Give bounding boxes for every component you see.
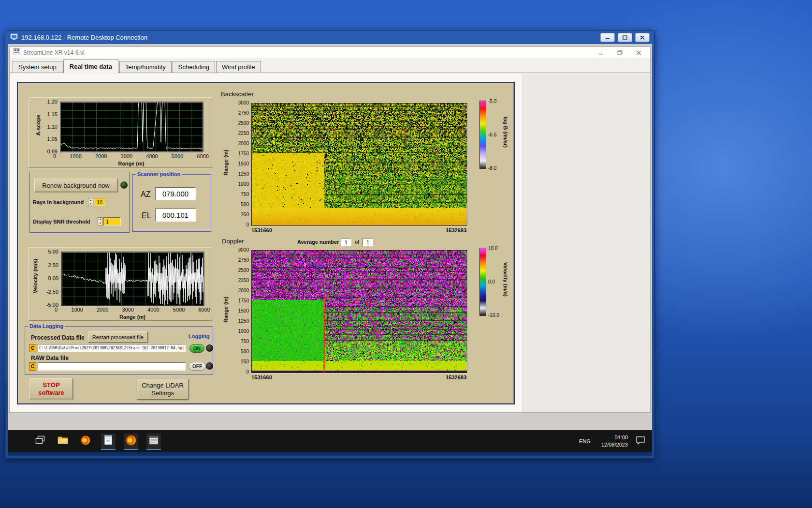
vi-close-button[interactable] xyxy=(636,48,641,57)
backscatter-y-tick: 2000 xyxy=(238,141,249,146)
rdp-close-button[interactable] xyxy=(635,33,650,42)
raw-path-field[interactable] xyxy=(38,362,186,371)
ascope-x-tick: 6000 xyxy=(197,153,208,159)
ascope-plot-canvas xyxy=(60,102,203,152)
tab-wind-profile[interactable]: Wind profile xyxy=(216,61,261,73)
processed-logging-toggle[interactable]: ON xyxy=(189,344,204,353)
processed-logging-knob[interactable] xyxy=(206,344,213,352)
rdp-titlebar[interactable]: 192.168.0.122 - Remote Desktop Connectio… xyxy=(5,30,654,44)
snr-spinner[interactable]: ▲▼ xyxy=(98,217,103,225)
snr-threshold-label: Display SNR threshold xyxy=(33,219,90,224)
backscatter-x-labels: 1531660 1532683 xyxy=(251,227,466,233)
ascope-y-tick: 1.15 xyxy=(47,111,58,117)
rdp-minimize-button[interactable] xyxy=(600,33,615,42)
firefox-button[interactable] xyxy=(78,433,93,449)
vi-titlebar[interactable]: StreamLine XR v14-6.vi xyxy=(10,47,650,59)
file-explorer-button[interactable] xyxy=(56,433,70,449)
average-number-field[interactable]: 1 xyxy=(341,238,351,246)
velocity-x-ticks: 0100020003000400050006000 xyxy=(55,307,210,313)
front-panel: A-scope 1.201.151.101.050.99 01000200030… xyxy=(10,74,523,412)
processed-path-field[interactable]: C:\LiDAR\Data\Proc\2023\202308\20230812\… xyxy=(38,344,186,352)
taskbar-icons xyxy=(33,433,161,449)
backscatter-colorbar-ticks: -5.0-6.5-8.0 xyxy=(488,99,502,171)
rdp-maximize-button[interactable] xyxy=(618,33,632,42)
el-value-field[interactable]: 000.101 xyxy=(155,209,196,222)
velocity-x-tick: 4000 xyxy=(147,307,159,313)
processed-drive-selector[interactable]: C xyxy=(29,344,36,352)
backscatter-y-tick: 1250 xyxy=(238,171,249,177)
backscatter-y-tick: 2250 xyxy=(238,131,249,136)
logging-label: Logging xyxy=(188,333,209,339)
tab-real-time-data[interactable]: Real time data xyxy=(63,60,118,73)
tab-bar: System setup Real time data Temp/humidit… xyxy=(10,59,650,73)
backscatter-title: Backscatter xyxy=(221,90,254,98)
maximize-icon xyxy=(623,34,627,41)
vi-window-title: StreamLine XR v14-6.vi xyxy=(23,49,85,56)
task-view-icon xyxy=(35,435,45,447)
renew-background-button[interactable]: Renew background now xyxy=(34,179,117,192)
firefox-active-button[interactable] xyxy=(124,433,138,449)
velocity-x-tick: 1000 xyxy=(71,307,83,313)
rdp-window-title: 192.168.0.122 - Remote Desktop Connectio… xyxy=(21,34,147,41)
doppler-y-tick: 2500 xyxy=(238,268,249,273)
backscatter-y-tick: 500 xyxy=(241,202,249,207)
backscatter-x-end: 1532683 xyxy=(446,227,466,233)
average-number-label: Average number xyxy=(297,239,339,245)
remote-desktop-bottom-strip xyxy=(8,452,652,456)
host-desktop: 192.168.0.122 - Remote Desktop Connectio… xyxy=(0,0,812,508)
tab-system-setup[interactable]: System setup xyxy=(13,61,62,73)
language-indicator[interactable]: ENG xyxy=(576,436,594,446)
backscatter-colorbar-tick: -6.5 xyxy=(488,132,496,137)
doppler-y-tick: 2750 xyxy=(238,257,249,263)
raw-logging-toggle[interactable]: OFF xyxy=(188,362,206,371)
vi-app-icon xyxy=(14,48,20,57)
close-icon xyxy=(640,34,645,41)
tab-temp-humidity[interactable]: Temp/humidity xyxy=(119,61,172,73)
doppler-colorbar-tick: 10.0 xyxy=(488,246,497,251)
az-value-field[interactable]: 079.000 xyxy=(155,187,196,200)
notepad-button[interactable] xyxy=(101,433,116,449)
backscatter-y-tick: 1500 xyxy=(238,161,249,166)
ascope-y-tick: 1.10 xyxy=(47,124,58,130)
backscatter-colorbar-label: log B (/m/sr) xyxy=(503,117,508,148)
doppler-colorbar xyxy=(479,248,486,316)
restart-processed-file-button[interactable]: Restart processed file xyxy=(88,331,148,343)
vi-minimize-button[interactable] xyxy=(598,48,604,57)
rays-in-background-label: Rays in background xyxy=(33,199,84,205)
stop-software-button[interactable]: STOP software xyxy=(29,378,73,399)
tab-scheduling[interactable]: Scheduling xyxy=(173,61,215,73)
change-lidar-settings-button[interactable]: Change LiDAR Settings xyxy=(137,379,188,400)
scan-scheduler-button[interactable] xyxy=(146,433,161,449)
average-total-field[interactable]: 1 xyxy=(362,238,373,246)
firefox-icon xyxy=(80,435,91,448)
notepad-icon xyxy=(104,435,113,447)
notification-center-button[interactable] xyxy=(636,436,645,447)
ascope-x-ticks: 0100020003000400050006000 xyxy=(53,153,209,159)
labview-vi-window: StreamLine XR v14-6.vi System setup Real… xyxy=(9,46,651,413)
backscatter-y-tick: 1750 xyxy=(238,151,249,156)
ascope-x-tick: 2000 xyxy=(95,153,107,159)
doppler-colorbar-ticks: 10.00.0-10.0 xyxy=(488,246,503,318)
raw-logging-knob[interactable] xyxy=(206,362,213,370)
raw-drive-selector[interactable]: C xyxy=(29,362,36,371)
backscatter-y-tick: 250 xyxy=(241,212,249,217)
snr-value-field[interactable]: 1 xyxy=(103,217,121,225)
backscatter-colorbar xyxy=(479,101,486,169)
doppler-title: Doppler xyxy=(222,238,244,245)
scan-scheduler-icon xyxy=(149,436,159,447)
velocity-plot xyxy=(61,252,204,306)
task-view-button[interactable] xyxy=(33,433,47,449)
real-time-data-panel: A-scope 1.201.151.101.050.99 01000200030… xyxy=(17,82,515,404)
doppler-y-axis-label: Range (m) xyxy=(223,297,229,323)
ascope-x-tick: 5000 xyxy=(172,153,183,159)
rays-value-field[interactable]: 10 xyxy=(94,198,105,206)
doppler-heatmap-canvas xyxy=(252,251,467,373)
doppler-y-ticks: 3000275025002250200017501500125010007505… xyxy=(231,247,249,374)
backscatter-y-tick: 750 xyxy=(241,192,249,197)
rays-spinner[interactable]: ▲▼ xyxy=(88,198,93,206)
backscatter-y-tick: 3000 xyxy=(238,100,249,105)
processed-data-file-label: Processed Data file xyxy=(31,334,85,341)
vi-restore-button[interactable] xyxy=(617,48,623,57)
velocity-x-tick: 2000 xyxy=(97,307,108,313)
taskbar-clock[interactable]: 04:00 12/08/2023 xyxy=(601,434,628,448)
